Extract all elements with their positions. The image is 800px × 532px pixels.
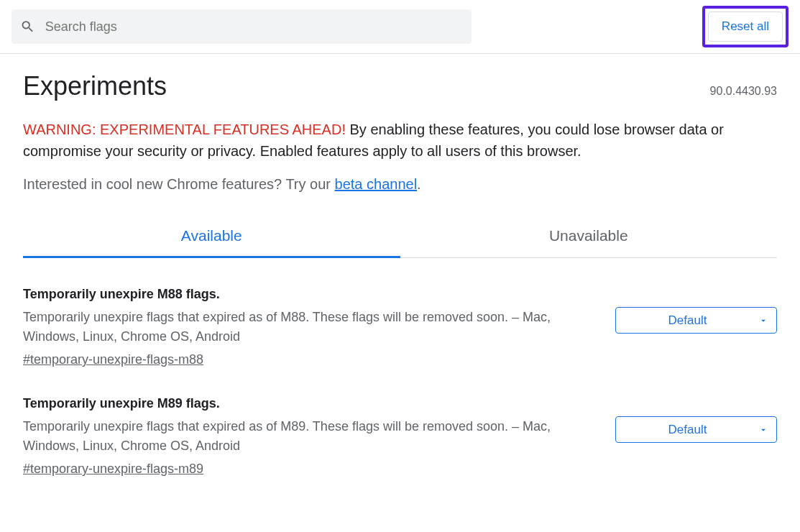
reset-all-button[interactable]: Reset all bbox=[708, 12, 783, 42]
tabs: Available Unavailable bbox=[23, 216, 777, 258]
header-row: Experiments 90.0.4430.93 bbox=[23, 71, 777, 101]
flag-title: Temporarily unexpire M88 flags. bbox=[23, 287, 598, 302]
flag-select[interactable]: Default bbox=[615, 416, 777, 443]
topbar: Reset all bbox=[0, 0, 800, 54]
warning-text: WARNING: EXPERIMENTAL FEATURES AHEAD! By… bbox=[23, 119, 777, 162]
flag-text: Temporarily unexpire M88 flags. Temporar… bbox=[23, 287, 615, 367]
search-icon bbox=[20, 19, 35, 35]
warning-label: WARNING: EXPERIMENTAL FEATURES AHEAD! bbox=[23, 121, 346, 137]
page-title: Experiments bbox=[23, 71, 167, 101]
reset-highlight: Reset all bbox=[702, 6, 788, 47]
flag-select-wrapper: Default bbox=[615, 307, 777, 334]
flag-item: Temporarily unexpire M89 flags. Temporar… bbox=[23, 367, 777, 477]
beta-channel-link[interactable]: beta channel bbox=[335, 176, 418, 192]
flag-anchor-link[interactable]: #temporary-unexpire-flags-m88 bbox=[23, 352, 203, 367]
flag-desc: Temporarily unexpire flags that expired … bbox=[23, 308, 598, 347]
flag-select[interactable]: Default bbox=[615, 307, 777, 334]
flag-text: Temporarily unexpire M89 flags. Temporar… bbox=[23, 396, 615, 477]
search-container[interactable] bbox=[12, 9, 472, 44]
flag-item: Temporarily unexpire M88 flags. Temporar… bbox=[23, 258, 777, 367]
tab-available[interactable]: Available bbox=[23, 216, 400, 258]
tab-unavailable[interactable]: Unavailable bbox=[400, 216, 778, 257]
beta-prefix: Interested in cool new Chrome features? … bbox=[23, 176, 335, 192]
flag-title: Temporarily unexpire M89 flags. bbox=[23, 396, 598, 411]
search-input[interactable] bbox=[45, 19, 463, 35]
flag-anchor-link[interactable]: #temporary-unexpire-flags-m89 bbox=[23, 462, 203, 476]
flag-select-wrapper: Default bbox=[615, 416, 777, 443]
flag-desc: Temporarily unexpire flags that expired … bbox=[23, 417, 598, 456]
version-text: 90.0.4430.93 bbox=[710, 85, 777, 98]
beta-line: Interested in cool new Chrome features? … bbox=[23, 176, 777, 193]
content: Experiments 90.0.4430.93 WARNING: EXPERI… bbox=[0, 54, 800, 494]
beta-suffix: . bbox=[417, 176, 421, 192]
